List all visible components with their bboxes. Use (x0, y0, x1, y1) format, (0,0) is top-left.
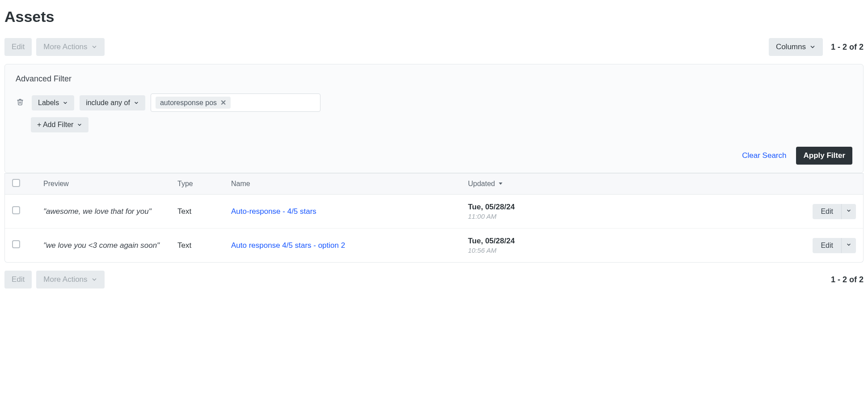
filter-operator-label: include any of (86, 99, 130, 107)
chevron-down-icon (134, 100, 139, 106)
assets-table: Preview Type Name Updated "awesome, we l… (4, 173, 864, 263)
filter-field-label: Labels (38, 99, 59, 107)
remove-tag-icon[interactable]: ✕ (220, 98, 226, 107)
page-title: Assets (4, 8, 864, 25)
columns-button[interactable]: Columns (769, 38, 823, 56)
row-edit-dropdown[interactable] (841, 204, 856, 219)
filter-field-dropdown[interactable]: Labels (32, 95, 74, 110)
add-filter-button[interactable]: + Add Filter (31, 117, 88, 132)
preview-cell: "we love you <3 come again soon" (43, 241, 177, 250)
more-actions-label: More Actions (43, 275, 87, 284)
row-edit-button[interactable]: Edit (813, 204, 841, 219)
updated-cell: Tue, 05/28/24 10:56 AM (468, 237, 629, 254)
table-header: Preview Type Name Updated (5, 173, 863, 195)
updated-date: Tue, 05/28/24 (468, 203, 629, 212)
filter-value-input[interactable]: autoresponse pos ✕ (151, 93, 320, 112)
table-row: "awesome, we love that for you" Text Aut… (5, 195, 863, 229)
row-edit-split-button: Edit (813, 204, 856, 219)
filter-title: Advanced Filter (16, 74, 852, 84)
th-type: Type (177, 180, 231, 188)
edit-label: Edit (12, 275, 25, 284)
pagination-range: 1 - 2 of 2 (831, 42, 864, 52)
filter-tag-label: autoresponse pos (160, 99, 217, 107)
more-actions-label: More Actions (43, 42, 87, 51)
row-edit-button[interactable]: Edit (813, 238, 841, 253)
th-updated-label: Updated (468, 180, 495, 188)
svg-marker-0 (499, 183, 502, 185)
preview-cell: "awesome, we love that for you" (43, 207, 177, 216)
chevron-down-icon (91, 44, 97, 50)
chevron-down-icon (63, 100, 68, 106)
filter-operator-dropdown[interactable]: include any of (80, 95, 145, 110)
top-toolbar: Edit More Actions Columns 1 - 2 of 2 (4, 38, 864, 56)
sort-desc-icon (498, 180, 503, 188)
pagination-range-bottom: 1 - 2 of 2 (831, 275, 864, 284)
type-cell: Text (177, 207, 231, 216)
filter-tag: autoresponse pos ✕ (156, 97, 231, 109)
type-cell: Text (177, 241, 231, 250)
updated-date: Tue, 05/28/24 (468, 237, 629, 246)
columns-label: Columns (776, 42, 806, 51)
row-edit-split-button: Edit (813, 238, 856, 253)
th-preview: Preview (43, 180, 177, 188)
select-all-checkbox[interactable] (12, 179, 20, 187)
more-actions-button-bottom[interactable]: More Actions (36, 271, 104, 289)
more-actions-button[interactable]: More Actions (36, 38, 104, 56)
row-checkbox[interactable] (12, 206, 20, 214)
clear-search-link[interactable]: Clear Search (742, 151, 786, 160)
chevron-down-icon (809, 44, 816, 50)
table-row: "we love you <3 come again soon" Text Au… (5, 229, 863, 262)
edit-button-bottom[interactable]: Edit (4, 271, 32, 289)
advanced-filter-panel: Advanced Filter Labels include any of au… (4, 64, 864, 173)
chevron-down-icon (77, 122, 82, 127)
th-name: Name (231, 180, 468, 188)
th-updated[interactable]: Updated (468, 180, 629, 188)
bottom-toolbar: Edit More Actions 1 - 2 of 2 (4, 271, 864, 289)
row-edit-dropdown[interactable] (841, 238, 856, 253)
trash-icon[interactable] (16, 96, 26, 110)
asset-name-link[interactable]: Auto-response - 4/5 stars (231, 207, 316, 216)
updated-time: 11:00 AM (468, 212, 629, 220)
edit-button[interactable]: Edit (4, 38, 32, 56)
row-checkbox[interactable] (12, 240, 20, 248)
apply-filter-button[interactable]: Apply Filter (796, 147, 852, 165)
updated-time: 10:56 AM (468, 246, 629, 254)
apply-filter-label: Apply Filter (803, 151, 845, 160)
updated-cell: Tue, 05/28/24 11:00 AM (468, 203, 629, 220)
asset-name-link[interactable]: Auto response 4/5 stars - option 2 (231, 241, 345, 250)
add-filter-label: + Add Filter (37, 121, 73, 129)
chevron-down-icon (91, 276, 97, 283)
edit-label: Edit (12, 42, 25, 51)
